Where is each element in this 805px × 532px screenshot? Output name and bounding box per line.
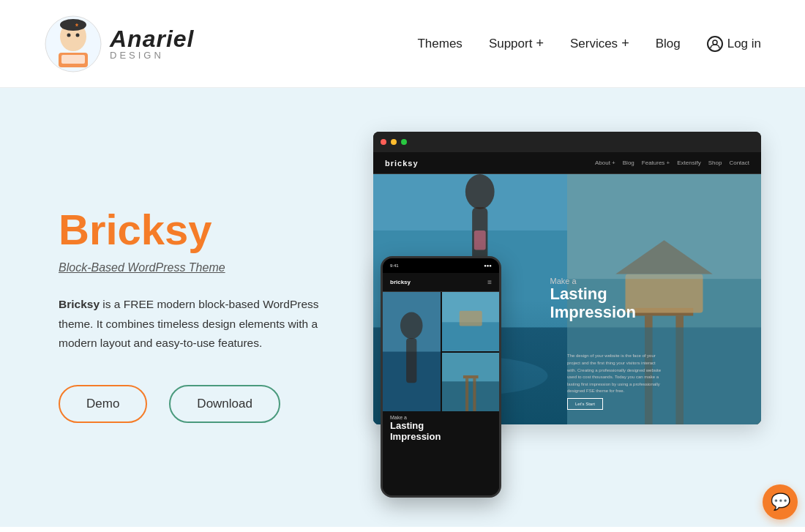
desktop-brand: bricksy xyxy=(385,159,419,168)
hero-section: Bricksy Block-Based WordPress Theme Bric… xyxy=(0,88,805,527)
desktop-nav-link: Extensify xyxy=(677,160,700,166)
svg-point-8 xyxy=(713,40,717,45)
login-icon xyxy=(707,36,723,52)
svg-rect-35 xyxy=(473,378,476,411)
svg-rect-30 xyxy=(459,311,482,326)
mobile-menu-icon: ≡ xyxy=(487,278,492,286)
nav-blog[interactable]: Blog xyxy=(656,37,681,51)
desktop-nav-links: About + Blog Features + Extensify Shop C… xyxy=(595,160,749,166)
nav-themes[interactable]: Themes xyxy=(417,37,462,51)
hero-buttons: Demo Download xyxy=(59,385,351,423)
mobile-lasting: Lasting xyxy=(390,420,492,431)
logo-text: Anariel DESIGN xyxy=(110,27,194,60)
desktop-text-overlay: Make a Lasting Impression xyxy=(550,277,636,322)
hero-subtitle: Block-Based WordPress Theme xyxy=(59,261,351,274)
svg-rect-23 xyxy=(567,174,761,279)
desktop-desc: The design of your website is the face o… xyxy=(567,353,662,395)
svg-rect-32 xyxy=(442,381,500,411)
mobile-img-3 xyxy=(442,353,500,412)
support-plus-icon: + xyxy=(536,36,544,51)
mobile-text-section: Make a Lasting Impression xyxy=(383,409,499,448)
desktop-bar xyxy=(373,132,761,152)
svg-rect-34 xyxy=(465,378,468,411)
mobile-img-grid xyxy=(383,292,499,409)
desktop-lasting: Lasting xyxy=(550,285,636,303)
dot-green xyxy=(401,139,407,145)
svg-rect-7 xyxy=(61,55,85,64)
mobile-mockup: 9:41 ●●● bricksy ≡ xyxy=(381,256,501,498)
chat-bubble[interactable]: 💬 xyxy=(763,484,798,520)
svg-point-13 xyxy=(465,174,495,209)
desktop-nav-link: Shop xyxy=(708,160,722,166)
svg-rect-29 xyxy=(442,322,500,351)
logo[interactable]: * Anariel DESIGN xyxy=(44,15,194,73)
hero-description: Bricksy is a FREE modern block-based Wor… xyxy=(59,295,351,353)
mobile-img-1 xyxy=(383,292,441,411)
logo-anariel: Anariel xyxy=(110,27,194,50)
services-plus-icon: + xyxy=(621,36,629,51)
nav-services[interactable]: Services + xyxy=(570,36,629,51)
svg-point-3 xyxy=(67,33,71,37)
desktop-impression: Impression xyxy=(550,303,636,322)
svg-rect-20 xyxy=(626,274,703,313)
logo-design: DESIGN xyxy=(110,50,194,60)
mobile-impression: Impression xyxy=(390,431,492,442)
mobile-img-2 xyxy=(442,292,500,351)
mobile-brand-bar: bricksy ≡ xyxy=(383,273,499,292)
nav-login[interactable]: Log in xyxy=(707,36,761,52)
mobile-make-a: Make a xyxy=(390,415,492,420)
logo-icon: * xyxy=(44,15,102,73)
desktop-nav-bar: bricksy About + Blog Features + Extensif… xyxy=(373,152,761,174)
download-button[interactable]: Download xyxy=(169,385,280,423)
header: * Anariel DESIGN Themes Support + Servic… xyxy=(0,0,805,88)
svg-rect-27 xyxy=(406,338,416,383)
svg-text:*: * xyxy=(75,23,78,31)
dot-yellow xyxy=(391,139,397,145)
dot-red xyxy=(381,139,386,145)
desktop-lets-start-btn[interactable]: Let's Start xyxy=(567,398,603,410)
mobile-status-bar: 9:41 ●●● xyxy=(383,258,499,273)
hero-desc-bold: Bricksy xyxy=(59,298,100,310)
main-nav: Themes Support + Services + Blog Log in xyxy=(417,36,761,52)
desktop-nav-link: Contact xyxy=(729,160,749,166)
hero-content: Bricksy Block-Based WordPress Theme Bric… xyxy=(59,206,351,424)
svg-rect-15 xyxy=(474,231,486,250)
hero-title: Bricksy xyxy=(59,206,351,253)
svg-point-2 xyxy=(60,19,86,31)
desktop-nav-link: Blog xyxy=(623,160,634,166)
svg-point-4 xyxy=(76,33,80,37)
chat-icon: 💬 xyxy=(771,492,790,512)
svg-rect-33 xyxy=(463,375,478,378)
nav-support[interactable]: Support + xyxy=(489,36,544,51)
mobile-content: Make a Lasting Impression xyxy=(383,292,499,498)
svg-point-26 xyxy=(400,312,423,340)
demo-button[interactable]: Demo xyxy=(59,385,147,423)
desktop-nav-link: Features + xyxy=(642,160,670,166)
desktop-nav-link: About + xyxy=(595,160,615,166)
mobile-brand: bricksy xyxy=(390,279,411,285)
theme-preview: bricksy About + Blog Features + Extensif… xyxy=(395,132,761,498)
